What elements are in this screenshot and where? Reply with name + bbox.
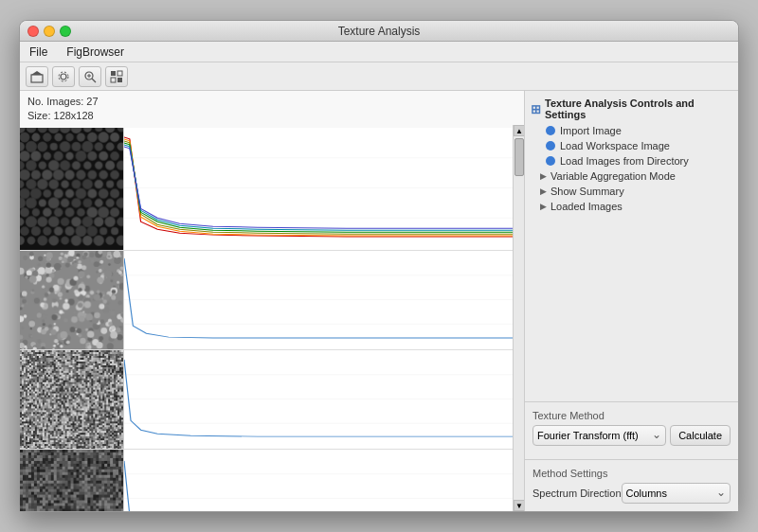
menu-bar: File FigBrowser bbox=[20, 42, 738, 62]
export-icon bbox=[110, 70, 123, 83]
window-controls bbox=[27, 26, 71, 37]
zoom-tool-button[interactable] bbox=[79, 66, 101, 87]
main-area: No. Images: 27 Size: 128x128 bbox=[20, 91, 738, 511]
texture-method-select[interactable]: Fourier Transform (fft) bbox=[532, 425, 666, 446]
export-tool-button[interactable] bbox=[105, 66, 128, 87]
settings-tool-button[interactable] bbox=[52, 66, 75, 87]
images-count: No. Images: 27 bbox=[27, 95, 516, 109]
menu-file[interactable]: File bbox=[26, 44, 51, 61]
scroll-thumb[interactable] bbox=[514, 138, 524, 176]
dot-icon-3 bbox=[546, 156, 555, 166]
zoom-icon bbox=[83, 70, 97, 83]
calculate-button[interactable]: Calculate bbox=[670, 425, 731, 446]
svg-rect-16 bbox=[124, 251, 524, 349]
svg-rect-24 bbox=[124, 450, 524, 511]
menu-figbrowser[interactable]: FigBrowser bbox=[63, 44, 128, 61]
tree-header: ⊞ Texture Analysis Controls and Settings bbox=[525, 95, 738, 123]
tree-expand-label-aggregation: Variable Aggregation Mode bbox=[550, 170, 676, 182]
svg-rect-11 bbox=[117, 78, 122, 82]
close-button[interactable] bbox=[27, 26, 39, 37]
dot-icon-2 bbox=[546, 141, 555, 151]
scroll-down-arrow[interactable]: ▼ bbox=[514, 500, 525, 511]
svg-point-2 bbox=[61, 74, 66, 80]
texture-method-label: Texture Method bbox=[532, 410, 731, 421]
tree-expand-label-loaded: Loaded Images bbox=[550, 201, 623, 212]
tree-item-directory[interactable]: Load Images from Directory bbox=[525, 153, 738, 168]
chart-row-1 bbox=[20, 128, 524, 251]
chart-rows[interactable] bbox=[20, 128, 524, 511]
tree-item-workspace[interactable]: Load Workspace Image bbox=[525, 138, 738, 153]
tree-expand-aggregation[interactable]: ▶ Variable Aggregation Mode bbox=[525, 168, 738, 184]
dot-icon-1 bbox=[546, 126, 555, 135]
home-icon bbox=[30, 70, 44, 83]
left-panel: No. Images: 27 Size: 128x128 bbox=[20, 91, 525, 511]
tree-header-icon: ⊞ bbox=[531, 102, 541, 116]
tree-item-label-workspace: Load Workspace Image bbox=[560, 140, 670, 151]
image-info: No. Images: 27 Size: 128x128 bbox=[20, 91, 524, 128]
spectrum-direction-label: Spectrum Direction bbox=[532, 488, 622, 499]
tree-expand-summary[interactable]: ▶ Show Summary bbox=[525, 184, 738, 199]
tree-expand-label-summary: Show Summary bbox=[550, 186, 624, 197]
svg-rect-10 bbox=[111, 78, 116, 82]
tree-item-label-directory: Load Images from Directory bbox=[560, 155, 689, 167]
svg-rect-9 bbox=[117, 71, 122, 76]
thumbnail-4 bbox=[20, 450, 124, 511]
minimize-button[interactable] bbox=[44, 26, 55, 37]
chart-row-3 bbox=[20, 350, 524, 450]
scrollbar[interactable]: ▲ ▼ bbox=[513, 125, 524, 511]
chart-area-2 bbox=[124, 251, 524, 349]
chart-row-4 bbox=[20, 450, 524, 511]
triangle-icon-3: ▶ bbox=[540, 202, 547, 211]
maximize-button[interactable] bbox=[60, 26, 71, 37]
thumbnail-2 bbox=[20, 251, 124, 349]
triangle-icon-2: ▶ bbox=[540, 186, 547, 196]
texture-method-row: Fourier Transform (fft) Calculate bbox=[532, 425, 731, 446]
scroll-up-arrow[interactable]: ▲ bbox=[514, 125, 525, 136]
home-tool-button[interactable] bbox=[26, 66, 48, 87]
spectrum-row: Spectrum Direction Columns bbox=[532, 483, 731, 504]
method-settings-section: Method Settings Spectrum Direction Colum… bbox=[525, 459, 738, 511]
gear-icon bbox=[57, 70, 70, 83]
texture-method-section: Texture Method Fourier Transform (fft) C… bbox=[525, 401, 738, 459]
spectrum-select[interactable]: Columns bbox=[622, 483, 731, 504]
toolbar bbox=[20, 62, 738, 91]
window-title: Texture Analysis bbox=[338, 25, 421, 38]
title-bar: Texture Analysis bbox=[20, 21, 738, 42]
main-window: Texture Analysis File FigBrowser bbox=[19, 20, 739, 512]
controls-tree: ⊞ Texture Analysis Controls and Settings… bbox=[525, 91, 738, 401]
chart-area-3 bbox=[124, 350, 524, 449]
svg-line-5 bbox=[92, 79, 96, 82]
thumbnail-1 bbox=[20, 128, 124, 250]
chart-row-2 bbox=[20, 251, 524, 350]
image-size: Size: 128x128 bbox=[27, 109, 516, 123]
texture-method-select-wrapper[interactable]: Fourier Transform (fft) bbox=[532, 425, 666, 446]
svg-rect-8 bbox=[111, 71, 116, 76]
svg-rect-20 bbox=[124, 350, 524, 449]
svg-marker-1 bbox=[31, 71, 43, 75]
method-settings-label: Method Settings bbox=[532, 468, 731, 479]
thumbnail-3 bbox=[20, 350, 124, 449]
right-panel: ⊞ Texture Analysis Controls and Settings… bbox=[525, 91, 738, 511]
chart-area-1 bbox=[124, 128, 524, 250]
svg-rect-0 bbox=[31, 75, 43, 82]
triangle-icon-1: ▶ bbox=[540, 171, 547, 181]
tree-item-label-import: Import Image bbox=[560, 125, 622, 136]
spectrum-select-wrapper[interactable]: Columns bbox=[622, 483, 731, 504]
chart-area-4 bbox=[124, 450, 524, 511]
tree-item-import[interactable]: Import Image bbox=[525, 123, 738, 138]
tree-expand-loaded[interactable]: ▶ Loaded Images bbox=[525, 199, 738, 214]
tree-header-label: Texture Analysis Controls and Settings bbox=[545, 98, 732, 120]
